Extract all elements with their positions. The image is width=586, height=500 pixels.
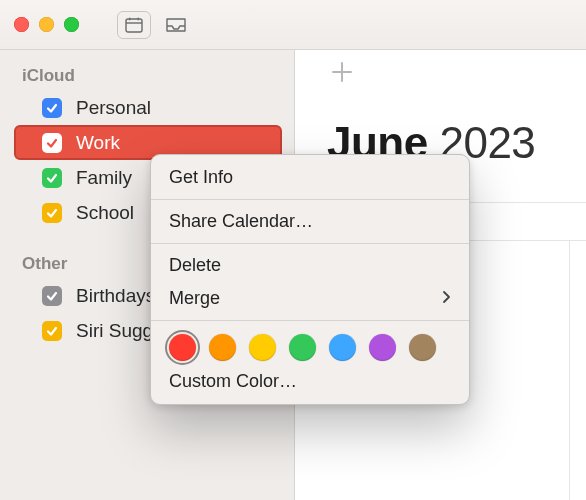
calendar-item[interactable]: Personal [0,90,294,125]
color-swatch[interactable] [329,334,356,361]
menu-label: Share Calendar… [169,211,313,232]
color-swatch[interactable] [209,334,236,361]
menu-get-info[interactable]: Get Info [151,161,469,194]
calendar-checkbox[interactable] [42,321,62,341]
sidebar-section-header[interactable]: iCloud [0,60,294,90]
close-window[interactable] [14,17,29,32]
menu-label: Delete [169,255,221,276]
calendar-label: Work [76,132,120,154]
window-controls [14,17,79,32]
menu-separator [151,320,469,321]
color-swatches [151,326,469,365]
menu-merge[interactable]: Merge [151,282,469,315]
calendar-label: Birthdays [76,285,155,307]
calendar-checkbox[interactable] [42,203,62,223]
svg-rect-3 [138,17,139,20]
plus-icon [330,60,354,84]
calendar-label: Family [76,167,132,189]
menu-delete[interactable]: Delete [151,249,469,282]
color-swatch[interactable] [249,334,276,361]
menu-label: Custom Color… [169,371,297,392]
menu-share-calendar[interactable]: Share Calendar… [151,205,469,238]
menu-custom-color[interactable]: Custom Color… [151,365,469,398]
color-swatch[interactable] [369,334,396,361]
calendar-checkbox[interactable] [42,286,62,306]
chevron-right-icon [442,290,451,308]
svg-rect-0 [126,19,142,32]
menu-separator [151,243,469,244]
context-menu: Get Info Share Calendar… Delete Merge Cu… [150,154,470,405]
calendar-checkbox[interactable] [42,98,62,118]
minimize-window[interactable] [39,17,54,32]
menu-separator [151,199,469,200]
calendar-label: School [76,202,134,224]
inbox-button[interactable] [161,12,191,38]
calendar-view-button[interactable] [117,11,151,39]
color-swatch[interactable] [409,334,436,361]
calendar-checkbox[interactable] [42,168,62,188]
calendar-label: Personal [76,97,151,119]
calendar-checkbox[interactable] [42,133,62,153]
svg-rect-2 [129,17,130,20]
titlebar [0,0,586,50]
menu-label: Get Info [169,167,233,188]
color-swatch[interactable] [169,334,196,361]
color-swatch[interactable] [289,334,316,361]
menu-label: Merge [169,288,220,309]
zoom-window[interactable] [64,17,79,32]
add-event-button[interactable] [320,50,364,94]
divider [569,240,570,500]
